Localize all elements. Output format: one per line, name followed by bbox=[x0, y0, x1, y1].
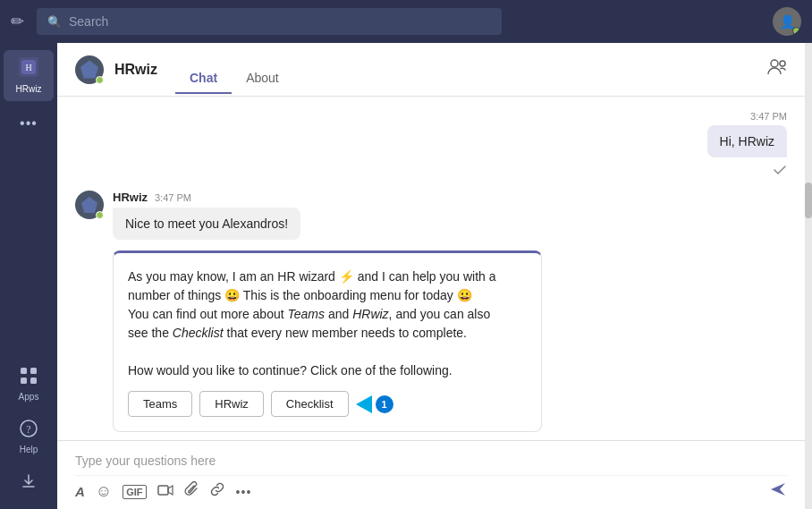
sent-bubble: Hi, HRwiz bbox=[707, 125, 787, 157]
card-text: As you may know, I am an HR wizard ⚡ and… bbox=[128, 267, 527, 380]
arrow-indicator: 1 bbox=[356, 395, 393, 413]
card-line1: As you may know, I am an HR wizard ⚡ and… bbox=[128, 269, 496, 284]
scrollbar[interactable] bbox=[805, 43, 812, 509]
card-buttons: Teams HRwiz Checklist 1 bbox=[128, 391, 527, 417]
chat-header: HRwiz Chat About bbox=[57, 43, 805, 97]
input-area: A ☺ GIF bbox=[57, 440, 805, 509]
svg-rect-6 bbox=[30, 378, 37, 384]
chat-area: HRwiz Chat About 3:47 PM bbox=[57, 43, 805, 509]
svg-point-10 bbox=[780, 61, 785, 66]
sidebar-item-apps[interactable]: Apps bbox=[4, 360, 54, 409]
sidebar-item-download[interactable] bbox=[4, 465, 54, 502]
card-line3-mid: and bbox=[325, 307, 352, 321]
msg-content: HRwiz 3:47 PM Nice to meet you Alexandro… bbox=[113, 191, 300, 240]
card-hrwiz-italic: HRwiz bbox=[352, 307, 388, 321]
bot-avatar bbox=[75, 55, 104, 84]
bot-avatar-msg bbox=[75, 191, 104, 219]
svg-rect-3 bbox=[21, 368, 27, 374]
card-line6: How would you like to continue? Click on… bbox=[128, 363, 453, 378]
apps-icon bbox=[20, 367, 38, 389]
format-icon[interactable]: A bbox=[75, 484, 85, 499]
sent-check-icon bbox=[773, 163, 787, 180]
svg-text:H: H bbox=[25, 63, 31, 72]
sidebar-apps-label: Apps bbox=[19, 392, 39, 402]
send-button[interactable] bbox=[769, 481, 787, 502]
msg-bubble: Nice to meet you Alexandros! bbox=[113, 208, 300, 240]
link-icon[interactable] bbox=[209, 481, 225, 502]
card-line4: see the bbox=[128, 326, 173, 340]
svg-rect-11 bbox=[158, 486, 168, 495]
meet-icon[interactable] bbox=[157, 482, 173, 501]
help-icon: ? bbox=[20, 420, 38, 442]
btn-teams[interactable]: Teams bbox=[128, 391, 192, 417]
chat-title: HRwiz bbox=[114, 62, 157, 78]
more-icon: ••• bbox=[20, 115, 38, 131]
input-toolbar: A ☺ GIF bbox=[75, 475, 787, 509]
scrollbar-thumb[interactable] bbox=[805, 182, 812, 218]
btn-checklist[interactable]: Checklist bbox=[271, 391, 349, 417]
sidebar-help-label: Help bbox=[20, 445, 38, 454]
svg-text:?: ? bbox=[26, 423, 30, 436]
svg-rect-5 bbox=[21, 378, 27, 384]
sidebar-item-hrwiz-label: HRwiz bbox=[16, 84, 42, 94]
card-line3-pre: You can find out more about bbox=[128, 307, 288, 321]
search-icon: 🔍 bbox=[47, 15, 62, 29]
sent-time: 3:47 PM bbox=[750, 111, 787, 122]
card-message: As you may know, I am an HR wizard ⚡ and… bbox=[113, 250, 542, 432]
card-checklist-italic: Checklist bbox=[173, 326, 224, 340]
card-line2: number of things 😀 This is the onboardin… bbox=[128, 288, 472, 302]
sidebar-item-help[interactable]: ? Help bbox=[4, 412, 54, 462]
card-line4-post: that every new member needs to complete. bbox=[224, 326, 467, 340]
arrow-left-icon bbox=[356, 395, 372, 413]
chat-tabs: Chat About bbox=[175, 55, 293, 85]
bot-online-dot bbox=[96, 76, 104, 84]
search-input[interactable] bbox=[69, 14, 491, 29]
bot-msg-online bbox=[96, 211, 104, 219]
sidebar: H HRwiz ••• Apps bbox=[0, 43, 57, 509]
btn-hrwiz[interactable]: HRwiz bbox=[199, 391, 264, 417]
received-message: HRwiz 3:47 PM Nice to meet you Alexandro… bbox=[75, 191, 787, 240]
card-teams-italic: Teams bbox=[288, 307, 326, 321]
sidebar-item-hrwiz[interactable]: H HRwiz bbox=[4, 50, 54, 101]
sidebar-item-more[interactable]: ••• bbox=[4, 108, 54, 139]
tab-about[interactable]: About bbox=[232, 64, 293, 94]
search-box[interactable]: 🔍 bbox=[37, 8, 502, 35]
msg-time: 3:47 PM bbox=[155, 192, 191, 203]
avatar[interactable]: 👤 bbox=[773, 7, 801, 36]
msg-sender: HRwiz bbox=[113, 191, 148, 204]
tab-chat[interactable]: Chat bbox=[175, 64, 232, 94]
badge-count: 1 bbox=[376, 395, 393, 413]
msg-meta: HRwiz 3:47 PM bbox=[113, 191, 300, 204]
message-input[interactable] bbox=[75, 441, 787, 475]
header-actions bbox=[767, 59, 787, 80]
hrwiz-icon: H bbox=[19, 57, 38, 81]
download-icon bbox=[20, 472, 38, 495]
online-indicator bbox=[792, 27, 800, 35]
gif-icon[interactable]: GIF bbox=[123, 485, 146, 499]
main-layout: H HRwiz ••• Apps bbox=[0, 43, 812, 509]
compose-icon[interactable]: ✏ bbox=[11, 12, 24, 31]
bot-logo bbox=[80, 61, 98, 79]
top-bar: ✏ 🔍 👤 bbox=[0, 0, 812, 43]
messages-area: 3:47 PM Hi, HRwiz HRwiz 3:47 PM bbox=[57, 97, 805, 440]
sent-message: 3:47 PM Hi, HRwiz bbox=[75, 111, 787, 180]
more-toolbar-icon[interactable]: ••• bbox=[236, 485, 252, 499]
svg-rect-4 bbox=[30, 368, 37, 374]
card-line3-post: , and you can also bbox=[389, 307, 491, 321]
attach-icon[interactable] bbox=[184, 481, 199, 502]
emoji-icon[interactable]: ☺ bbox=[96, 482, 112, 501]
svg-point-9 bbox=[771, 60, 778, 67]
people-icon[interactable] bbox=[767, 61, 787, 79]
